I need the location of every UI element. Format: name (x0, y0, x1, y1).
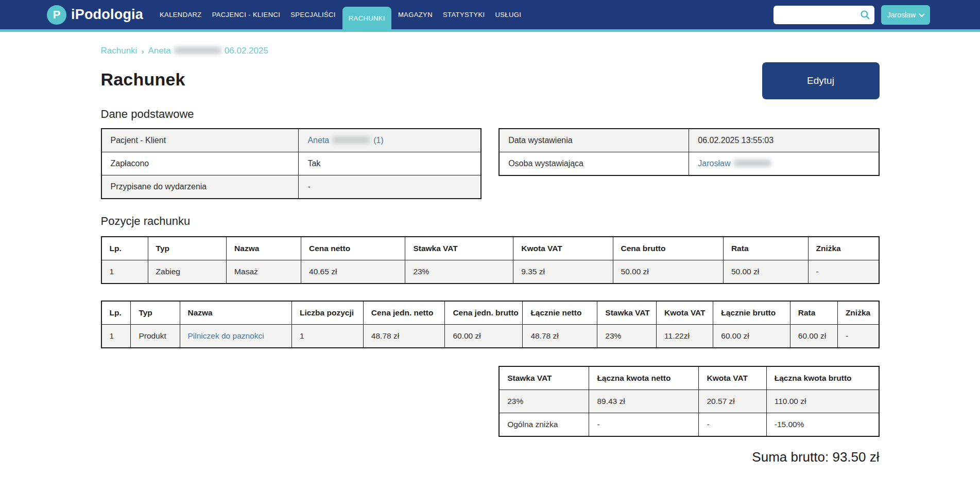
cell-kwota-vat: 11.22zł (657, 325, 713, 348)
column-header: Cena jedn. netto (363, 301, 445, 325)
issuer-first-name: Jarosław (698, 159, 730, 168)
search-input[interactable] (773, 6, 874, 24)
user-name: Jarosław (887, 11, 916, 19)
page-title: Rachunek (101, 62, 185, 90)
section-heading-basic-info: Dane podstawowe (101, 108, 880, 121)
table-header-row: Stawka VAT Łączna kwota netto Kwota VAT … (499, 366, 879, 390)
column-header: Łącznie brutto (713, 301, 790, 325)
vat-summary-table: Stawka VAT Łączna kwota netto Kwota VAT … (498, 366, 879, 437)
basic-info-label: Zapłacono (101, 152, 299, 175)
chevron-right-icon: › (141, 47, 144, 56)
column-header: Cena jedn. brutto (445, 301, 523, 325)
column-header: Stawka VAT (597, 301, 657, 325)
redacted-surname (734, 160, 771, 167)
column-header: Lp. (101, 301, 131, 325)
table-row: Data wystawienia 06.02.2025 13:55:03 (499, 129, 879, 152)
cell-rata: 60.00 zł (790, 325, 837, 348)
cell-rata: 50.00 zł (723, 260, 808, 284)
cell-kwota-vat: 20.57 zł (699, 390, 766, 413)
table-row: Zapłacono Tak (101, 152, 481, 175)
cell-stawka-vat: 23% (405, 260, 513, 284)
product-link[interactable]: Pilniczek do paznokci (188, 331, 264, 340)
basic-info-label: Data wystawienia (499, 129, 689, 152)
nav-item-kalendarz[interactable]: KALENDARZ (156, 0, 205, 29)
column-header: Stawka VAT (499, 366, 589, 390)
services-table: Lp. Typ Nazwa Cena netto Stawka VAT Kwot… (101, 236, 880, 284)
section-heading-items: Pozycje rachunku (101, 215, 880, 228)
nav-item-pacjenci-klienci[interactable]: PACJENCI - KLIENCI (209, 0, 284, 29)
search-icon[interactable] (860, 10, 870, 20)
total-gross: Suma brutto: 93.50 zł (101, 449, 880, 465)
redacted-surname (175, 47, 221, 54)
cell-laczna-brutto: 110.00 zł (766, 390, 879, 413)
cell-znizka: - (837, 325, 879, 348)
user-menu-button[interactable]: Jarosław (881, 5, 930, 25)
column-header: Zniżka (837, 301, 879, 325)
cell-laczna-netto: 89.43 zł (589, 390, 699, 413)
basic-info-label: Pacjent - Klient (101, 129, 299, 152)
main-nav: KALENDARZ PACJENCI - KLIENCI SPECJALIŚCI… (154, 0, 526, 29)
column-header: Nazwa (227, 237, 301, 260)
total-gross-label: Suma brutto: (752, 449, 829, 465)
cell-cena-jedn-brutto: 60.00 zł (445, 325, 523, 348)
breadcrumb: Rachunki › Aneta06.02.2025 (101, 46, 880, 56)
nav-item-statystyki[interactable]: STATYSTYKI (439, 0, 489, 29)
column-header: Łącznie netto (523, 301, 597, 325)
table-row: 1 Produkt Pilniczek do paznokci 1 48.78 … (101, 325, 879, 348)
patient-link[interactable]: Aneta(1) (307, 136, 383, 145)
table-row: 1 Zabieg Masaż 40.65 zł 23% 9.35 zł 50.0… (101, 260, 879, 284)
nav-item-magazyn[interactable]: MAGAZYN (394, 0, 436, 29)
cell-liczba-pozycji: 1 (291, 325, 363, 348)
column-header: Stawka VAT (405, 237, 513, 260)
cell-lp: 1 (101, 260, 148, 284)
nav-item-specjalisci[interactable]: SPECJALIŚCI (287, 0, 339, 29)
column-header: Typ (148, 237, 227, 260)
cell-lacznie-brutto: 60.00 zł (713, 325, 790, 348)
app-logo[interactable]: P iPodologia (47, 5, 143, 25)
cell-laczna-brutto: -15.00% (766, 413, 879, 437)
column-header: Łączna kwota brutto (766, 366, 879, 390)
cell-typ: Zabieg (148, 260, 227, 284)
column-header: Rata (790, 301, 837, 325)
column-header: Zniżka (808, 237, 879, 260)
cell-stawka-vat: 23% (597, 325, 657, 348)
cell-kwota-vat: - (699, 413, 766, 437)
basic-info-value: Tak (299, 152, 481, 175)
cell-cena-brutto: 50.00 zł (613, 260, 723, 284)
basic-info-table-left: Pacjent - Klient Aneta(1) Zapłacono Tak … (101, 128, 482, 199)
table-row: 23% 89.43 zł 20.57 zł 110.00 zł (499, 390, 879, 413)
logo-letter: P (53, 8, 61, 22)
edit-button[interactable]: Edytuj (762, 62, 880, 99)
column-header: Kwota VAT (513, 237, 613, 260)
basic-info-value: 06.02.2025 13:55:03 (689, 129, 879, 152)
basic-info-table-right: Data wystawienia 06.02.2025 13:55:03 Oso… (498, 128, 879, 176)
breadcrumb-rachunki-link[interactable]: Rachunki (101, 46, 137, 56)
nav-item-uslugi[interactable]: USŁUGI (492, 0, 525, 29)
total-gross-value: 93.50 zł (832, 449, 879, 465)
nav-item-rachunki[interactable]: RACHUNKI (342, 7, 391, 29)
column-header: Typ (131, 301, 180, 325)
breadcrumb-date: 06.02.2025 (225, 46, 268, 56)
basic-info-label: Osoba wystawiająca (499, 152, 689, 176)
cell-typ: Produkt (131, 325, 180, 348)
products-table: Lp. Typ Nazwa Liczba pozycji Cena jedn. … (101, 301, 880, 348)
chevron-down-icon (919, 11, 924, 16)
table-row: Ogólna zniżka - - -15.00% (499, 413, 879, 437)
breadcrumb-current-link[interactable]: Aneta06.02.2025 (148, 46, 268, 56)
issuer-link[interactable]: Jarosław (698, 159, 775, 168)
cell-cena-jedn-netto: 48.78 zł (363, 325, 445, 348)
cell-kwota-vat: 9.35 zł (513, 260, 613, 284)
cell-cena-netto: 40.65 zł (301, 260, 405, 284)
redacted-surname (333, 136, 370, 144)
table-row: Pacjent - Klient Aneta(1) (101, 129, 481, 152)
column-header: Lp. (101, 237, 148, 260)
breadcrumb-patient-name: Aneta (148, 46, 170, 56)
basic-info-value: - (299, 175, 481, 199)
column-header: Łączna kwota netto (589, 366, 699, 390)
cell-ogolna-znizka-label: Ogólna zniżka (499, 413, 589, 437)
column-header: Kwota VAT (699, 366, 766, 390)
accent-divider (0, 29, 980, 32)
column-header: Cena brutto (613, 237, 723, 260)
cell-lacznie-netto: 48.78 zł (523, 325, 597, 348)
cell-laczna-netto: - (589, 413, 699, 437)
